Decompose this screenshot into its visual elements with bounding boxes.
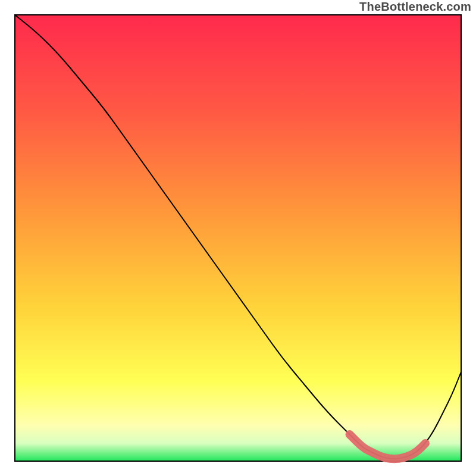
bottleneck-chart — [0, 0, 476, 476]
